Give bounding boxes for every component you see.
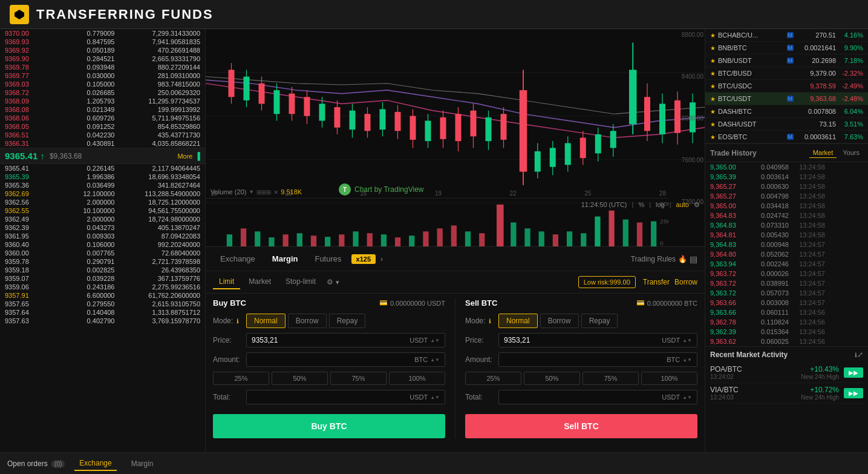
buy-amount-input[interactable] bbox=[252, 355, 412, 364]
list-item[interactable]: ★ BNB/BTC M 0.0021641 9.90% bbox=[705, 42, 868, 54]
sell-amount-input[interactable] bbox=[504, 355, 664, 364]
list-item[interactable]: ★ BNB/USDT M 20.2698 7.18% bbox=[705, 54, 868, 67]
table-row: 9,363.940.00224613:24:57 bbox=[705, 259, 868, 269]
tab-margin[interactable]: Margin bbox=[265, 252, 305, 266]
table-row: 9,363.620.06002513:24:56 bbox=[705, 337, 868, 346]
buy-mode-repay[interactable]: Repay bbox=[329, 314, 366, 328]
list-item[interactable]: ★ BTC/BUSD 9,379.00 -2.32% bbox=[705, 67, 868, 80]
star-icon[interactable]: ★ bbox=[710, 121, 716, 128]
tab-exchange[interactable]: Exchange bbox=[213, 252, 263, 266]
star-icon[interactable]: ★ bbox=[710, 45, 716, 51]
main-layout: 9370.00 0.779009 7,299.31433000 9369.93 … bbox=[0, 29, 868, 474]
sell-100pct[interactable]: 100% bbox=[641, 372, 697, 385]
order-tab-stop-limit[interactable]: Stop-limit bbox=[279, 275, 322, 289]
star-icon[interactable]: ★ bbox=[710, 32, 716, 39]
order-tab-limit[interactable]: Limit bbox=[213, 275, 240, 289]
sell-price-input[interactable] bbox=[504, 336, 659, 344]
sell-mode-row: Mode: ℹ Normal Borrow Repay bbox=[465, 314, 697, 328]
buy-100pct[interactable]: 100% bbox=[389, 372, 445, 385]
sell-mode-repay[interactable]: Repay bbox=[581, 314, 618, 328]
list-item[interactable]: ★ BTC/USDT M 9,363.68 -2.48% bbox=[705, 93, 868, 105]
buy-25pct[interactable]: 25% bbox=[213, 372, 269, 385]
sell-price-input-wrap[interactable]: USDT ▲▼ bbox=[498, 333, 697, 347]
buy-price-input-wrap[interactable]: USDT ▲▼ bbox=[246, 333, 445, 347]
star-icon[interactable]: ★ bbox=[710, 70, 716, 77]
svg-rect-71 bbox=[255, 231, 260, 246]
settings-icon[interactable]: ⚙ bbox=[327, 278, 333, 286]
more-link[interactable]: More bbox=[177, 153, 192, 160]
buy-total-input-wrap[interactable]: USDT ▲▼ bbox=[246, 390, 445, 404]
table-row: 9,364.830.07331013:24:58 bbox=[705, 220, 868, 230]
buy-percent-buttons: 25% 50% 75% 100% bbox=[213, 372, 445, 385]
order-tab-market[interactable]: Market bbox=[243, 275, 277, 289]
right-panel: ★ BCHABC/U... M 270.51 4.16% ★ BNB/BTC M… bbox=[705, 29, 868, 474]
table-row: 9,363.720.00002613:24:57 bbox=[705, 269, 868, 278]
sell-75pct[interactable]: 75% bbox=[582, 372, 639, 385]
star-icon[interactable]: ★ bbox=[710, 83, 716, 90]
trading-rules[interactable]: Trading Rules 🔥 ▤ bbox=[631, 254, 697, 264]
sell-price-label: Price: bbox=[465, 336, 498, 344]
rma-action-button[interactable]: ▶▶ bbox=[844, 367, 863, 378]
table-row: 9368.72 0.026685 250.00629320 bbox=[0, 88, 205, 97]
table-row: 9,365.270.00063013:24:58 bbox=[705, 182, 868, 191]
th-tab-market[interactable]: Market bbox=[809, 148, 837, 158]
sell-price-row: Price: USDT ▲▼ bbox=[465, 333, 697, 347]
rma-action-button[interactable]: ▶▶ bbox=[844, 388, 863, 398]
watchlist: ★ BCHABC/U... M 270.51 4.16% ★ BNB/BTC M… bbox=[705, 29, 868, 143]
sell-mode-borrow[interactable]: Borrow bbox=[540, 314, 579, 328]
star-icon[interactable]: ★ bbox=[710, 108, 716, 115]
list-item[interactable]: ★ DASH/USDT 73.15 3.51% bbox=[705, 118, 868, 131]
buy-mode-normal[interactable]: Normal bbox=[246, 314, 286, 328]
list-item[interactable]: ★ BCHABC/U... M 270.51 4.16% bbox=[705, 29, 868, 42]
expand-icon[interactable]: ⤢ bbox=[857, 351, 863, 359]
sell-amount-input-wrap[interactable]: BTC ▲▼ bbox=[498, 352, 697, 367]
sell-total-input-wrap[interactable]: USDT ▲▼ bbox=[498, 390, 697, 404]
svg-rect-95 bbox=[595, 217, 600, 246]
buy-75pct[interactable]: 75% bbox=[330, 372, 387, 385]
tab-futures[interactable]: Futures bbox=[307, 252, 348, 266]
sell-25pct[interactable]: 25% bbox=[465, 372, 521, 385]
bottom-tab-exchange[interactable]: Exchange bbox=[74, 456, 116, 471]
table-row: 9368.06 0.609726 5,711.94975156 bbox=[0, 114, 205, 122]
sell-price-arrows: ▲▼ bbox=[682, 338, 692, 343]
watch-change: -2.32% bbox=[836, 70, 863, 77]
buy-total-row: Total: USDT ▲▼ bbox=[213, 390, 445, 404]
buy-btc-button[interactable]: Buy BTC bbox=[213, 414, 445, 438]
m-badge: M bbox=[787, 96, 794, 102]
buy-mode-borrow[interactable]: Borrow bbox=[288, 314, 327, 328]
bottom-tab-margin[interactable]: Margin bbox=[126, 457, 158, 470]
table-row: 9369.93 0.847595 7,941.90581835 bbox=[0, 38, 205, 46]
risk-badge[interactable]: Low risk:999.00 bbox=[578, 276, 636, 288]
star-icon[interactable]: ★ bbox=[710, 134, 716, 140]
list-item[interactable]: ★ EOS/BTC M 0.0003611 7.63% bbox=[705, 131, 868, 143]
watch-change: -2.49% bbox=[836, 82, 863, 90]
transfer-button[interactable]: Transfer bbox=[643, 278, 670, 286]
rma-stats: +10.43% New 24h High bbox=[801, 365, 839, 380]
sell-50pct[interactable]: 50% bbox=[524, 372, 580, 385]
list-item[interactable]: ★ BTC/USDC 9,378.59 -2.49% bbox=[705, 80, 868, 93]
th-tab-yours[interactable]: Yours bbox=[839, 148, 863, 158]
sell-total-input[interactable] bbox=[504, 393, 659, 401]
buy-price-input[interactable] bbox=[252, 336, 407, 344]
table-row: 9369.90 0.284521 2,665.93331790 bbox=[0, 54, 205, 63]
sell-btc-button[interactable]: Sell BTC bbox=[465, 414, 697, 438]
list-item[interactable]: ★ DASH/BTC 0.007808 6.04% bbox=[705, 105, 868, 118]
sell-total-arrows: ▲▼ bbox=[682, 395, 692, 400]
table-row: 9361.95 0.009303 87.09422083 bbox=[0, 232, 205, 240]
m-badge: M bbox=[787, 45, 794, 51]
rma-header: Recent Market Activity ℹ ⤢ bbox=[710, 351, 863, 359]
buy-50pct[interactable]: 50% bbox=[272, 372, 328, 385]
logo bbox=[10, 5, 29, 24]
borrow-button-top[interactable]: Borrow bbox=[674, 278, 697, 286]
buy-total-input[interactable] bbox=[252, 393, 407, 401]
svg-text:0: 0 bbox=[660, 240, 664, 246]
star-icon[interactable]: ★ bbox=[710, 96, 716, 102]
tab-bar: Exchange Margin Futures x125 › Trading R… bbox=[206, 247, 705, 271]
svg-rect-88 bbox=[497, 205, 504, 246]
sell-mode-normal[interactable]: Normal bbox=[498, 314, 538, 328]
sell-balance: 💳 0.00000000 BTC bbox=[636, 299, 697, 307]
buy-amount-input-wrap[interactable]: BTC ▲▼ bbox=[246, 352, 445, 367]
table-row: 9369.92 0.050189 470.26691488 bbox=[0, 46, 205, 54]
svg-rect-83 bbox=[423, 231, 428, 246]
star-icon[interactable]: ★ bbox=[710, 58, 716, 64]
